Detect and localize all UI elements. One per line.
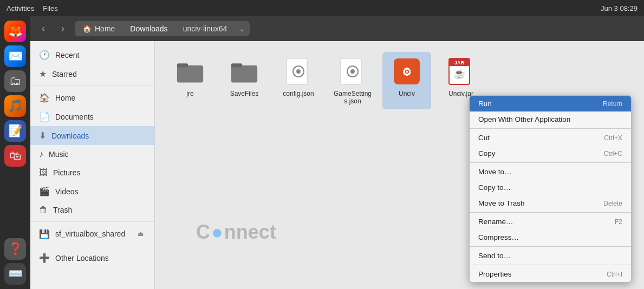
sidebar-item-shared[interactable]: 💾 sf_virtualbox_shared ⏏	[30, 224, 154, 244]
ctx-send-to[interactable]: Send to…	[470, 248, 631, 264]
file-area[interactable]: jre SaveFiles	[155, 41, 644, 289]
file-name-config: config.json	[283, 90, 314, 97]
file-item-jre[interactable]: jre	[166, 52, 214, 109]
documents-icon: 📄	[39, 111, 50, 122]
file-item-config[interactable]: config.json	[274, 52, 323, 109]
sidebar-item-other-locations[interactable]: ➕ Other Locations	[30, 248, 154, 267]
forward-button[interactable]: ›	[55, 21, 70, 36]
ctx-compress-label: Compress…	[478, 233, 519, 241]
sidebar-label-trash: Trash	[53, 206, 72, 214]
ctx-cut[interactable]: Cut Ctrl+X	[470, 130, 631, 146]
dock-appstore[interactable]: 🛍	[4, 145, 26, 167]
ctx-run-label: Run	[478, 100, 492, 108]
dock-firefox[interactable]: 🦊	[4, 21, 26, 42]
context-menu: Run Return Open With Other Application C…	[469, 95, 632, 283]
dock-thunderbird[interactable]: ✉️	[4, 45, 26, 67]
ctx-rename[interactable]: Rename… F2	[470, 214, 631, 229]
sidebar-item-documents[interactable]: 📄 Documents	[30, 107, 154, 126]
datetime: Jun 3 08:29	[601, 4, 638, 12]
breadcrumb-downloads[interactable]: Downloads	[122, 21, 175, 36]
file-name-gamesettings: GameSettings.json	[333, 90, 373, 105]
ctx-properties[interactable]: Properties Ctrl+I	[470, 266, 631, 282]
starred-icon: ★	[39, 69, 47, 79]
sidebar-label-videos: Videos	[55, 187, 79, 196]
ctx-run[interactable]: Run Return	[470, 96, 631, 111]
sidebar-item-pictures[interactable]: 🖼 Pictures	[30, 163, 154, 182]
ctx-sep-5	[470, 265, 631, 265]
sidebar-label-pictures: Pictures	[53, 168, 81, 177]
eject-button[interactable]: ⏏	[135, 228, 146, 239]
file-item-unciv[interactable]: ⚙ Unciv	[382, 52, 431, 109]
fm-header: ‹ › 🏠 Home Downloads unciv-linux64 ⌄	[30, 16, 644, 41]
svg-text:⚙: ⚙	[402, 66, 412, 78]
svg-rect-1	[177, 63, 188, 67]
ctx-open-with-label: Open With Other Application	[478, 115, 570, 123]
dock-rhythmbox[interactable]: 🎵	[4, 95, 26, 117]
ctx-send-to-label: Send to…	[478, 252, 511, 260]
sidebar: 🕐 Recent ★ Starred 🏠 Home 📄 Documents	[30, 41, 155, 289]
files-menu[interactable]: Files	[43, 4, 57, 12]
breadcrumb-home[interactable]: 🏠 Home	[75, 21, 122, 36]
sidebar-label-recent: Recent	[55, 51, 79, 60]
sidebar-item-home[interactable]: 🏠 Home	[30, 88, 154, 107]
file-item-savefiles[interactable]: SaveFiles	[220, 52, 269, 109]
svg-text:☕: ☕	[453, 68, 466, 80]
activities-button[interactable]: Activities	[6, 4, 34, 12]
connect-text: C	[196, 221, 210, 244]
ctx-rename-shortcut: F2	[615, 218, 622, 226]
recent-icon: 🕐	[39, 50, 50, 60]
ctx-move-to-label: Move to…	[478, 168, 512, 176]
sidebar-item-recent[interactable]: 🕐 Recent	[30, 45, 154, 64]
sidebar-label-other-locations: Other Locations	[55, 254, 109, 262]
fm-body: 🕐 Recent ★ Starred 🏠 Home 📄 Documents	[30, 41, 644, 289]
sidebar-item-downloads[interactable]: ⬇ Downloads	[30, 126, 154, 145]
file-item-gamesettings[interactable]: GameSettings.json	[328, 52, 377, 109]
pictures-icon: 🖼	[39, 168, 48, 178]
sidebar-item-starred[interactable]: ★ Starred	[30, 64, 154, 83]
ctx-copy[interactable]: Copy Ctrl+C	[470, 146, 631, 161]
dock-help[interactable]: ❓	[4, 238, 26, 260]
videos-icon: 🎬	[39, 186, 50, 196]
sidebar-item-trash[interactable]: 🗑 Trash	[30, 201, 154, 219]
sidebar-label-starred: Starred	[52, 70, 77, 78]
dock-keyboard[interactable]: ⌨️	[4, 263, 26, 285]
sidebar-label-shared: sf_virtualbox_shared	[55, 229, 125, 238]
back-button[interactable]: ‹	[36, 21, 51, 36]
ctx-open-with[interactable]: Open With Other Application	[470, 111, 631, 127]
svg-rect-2	[231, 65, 257, 83]
sidebar-divider-1	[30, 86, 154, 86]
ctx-sep-3	[470, 212, 631, 213]
breadcrumb-folder[interactable]: unciv-linux64	[175, 21, 235, 36]
svg-text:JAR: JAR	[454, 60, 465, 65]
sidebar-item-videos[interactable]: 🎬 Videos	[30, 182, 154, 201]
connect-banner: C ● nnect	[166, 197, 307, 267]
ctx-copy-shortcut: Ctrl+C	[604, 150, 622, 157]
json-icon-config	[283, 56, 314, 87]
ctx-sep-1	[470, 128, 631, 129]
shared-icon: 💾	[39, 229, 50, 239]
ctx-move-to-trash[interactable]: Move to Trash Delete	[470, 195, 631, 211]
ctx-copy-label: Copy	[478, 149, 496, 157]
sidebar-label-home: Home	[55, 94, 75, 102]
breadcrumb-expand[interactable]: ⌄	[235, 21, 250, 36]
dock-files[interactable]: 🗂	[4, 70, 26, 92]
ctx-cut-shortcut: Ctrl+X	[604, 134, 622, 142]
main-container: 🦊 ✉️ 🗂 🎵 📝 🛍 ❓ ⌨️ ‹ › 🏠 Home Downloads u…	[0, 16, 644, 289]
sidebar-label-documents: Documents	[55, 113, 94, 121]
ctx-sep-2	[470, 162, 631, 163]
ctx-copy-to[interactable]: Copy to…	[470, 180, 631, 195]
sidebar-label-music: Music	[49, 150, 69, 159]
ctx-rename-label: Rename…	[478, 218, 513, 226]
svg-point-6	[296, 69, 301, 74]
dock-libreoffice[interactable]: 📝	[4, 120, 26, 142]
file-name-jre: jre	[186, 90, 193, 97]
svg-point-9	[350, 69, 355, 74]
sidebar-item-music[interactable]: ♪ Music	[30, 145, 154, 163]
ctx-compress[interactable]: Compress…	[470, 229, 631, 245]
filemanager: ‹ › 🏠 Home Downloads unciv-linux64 ⌄ 🕐 R…	[30, 16, 644, 289]
ctx-move-to[interactable]: Move to…	[470, 164, 631, 180]
connect-text2: nnect	[224, 221, 276, 244]
home-icon: 🏠	[82, 24, 92, 33]
file-name-unciv: Unciv	[399, 90, 415, 97]
ctx-run-shortcut: Return	[603, 100, 622, 108]
